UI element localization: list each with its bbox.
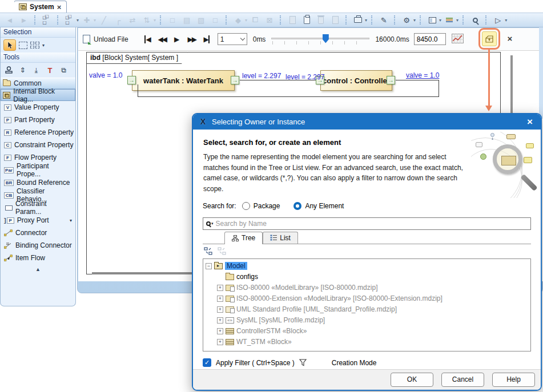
palette-item-reference-property[interactable]: R Reference Property — [1, 126, 75, 139]
expand-expander-icon[interactable]: + — [217, 328, 223, 334]
paste-icon[interactable] — [300, 14, 313, 26]
play-button[interactable]: ▶ — [170, 35, 184, 43]
chevron-down-icon[interactable]: ▾ — [42, 43, 45, 48]
multi-select-icon[interactable] — [30, 42, 39, 49]
text-tool-icon[interactable]: T — [45, 65, 55, 75]
port-watertank-in[interactable]: → — [127, 76, 136, 84]
filter-funnel-icon[interactable] — [299, 359, 307, 366]
edit-note-icon[interactable]: ✎ — [377, 14, 390, 26]
expand-expander-icon[interactable]: + — [217, 317, 223, 324]
radio-off-icon[interactable] — [242, 202, 250, 210]
radio-package[interactable]: Package — [242, 202, 280, 210]
chevron-down-icon[interactable]: ▾ — [505, 18, 507, 23]
time-slider[interactable] — [271, 33, 369, 46]
time-field[interactable] — [414, 33, 446, 45]
tree-item-iso80000-extension[interactable]: + ISO-80000-Extension «ModelLibrary» [IS… — [206, 293, 528, 304]
diagram-hierarchy-icon[interactable] — [63, 14, 76, 26]
tab-list[interactable]: List — [263, 232, 298, 244]
palette-item-part-property[interactable]: P Part Property — [1, 114, 75, 126]
chevron-down-icon[interactable]: ▾ — [456, 18, 458, 23]
expand-selection-icon[interactable] — [204, 247, 213, 255]
step-to-end-button[interactable]: ▶ — [199, 35, 214, 43]
settings-gear-icon[interactable]: ⚙ — [400, 14, 413, 26]
palette-item-item-flow[interactable]: Item Flow — [1, 252, 75, 264]
step-to-start-button[interactable]: ◀ — [140, 35, 155, 43]
speed-combobox[interactable]: 1 — [218, 33, 247, 45]
expand-expander-icon[interactable]: + — [217, 306, 223, 313]
tree-item-iso80000[interactable]: + ISO-80000 «ModelLibrary» [ISO-80000.md… — [206, 282, 528, 293]
tree-item-sysml[interactable]: + «» SysML [SysML Profile.mdzip] — [206, 315, 528, 326]
expand-expander-icon[interactable]: + — [217, 296, 223, 302]
tab-system[interactable]: System × — [14, 1, 67, 13]
tree-item-configs[interactable]: configs — [206, 272, 528, 282]
compress-icon[interactable]: ⤓ — [31, 65, 42, 75]
back-icon[interactable]: ◄ — [3, 14, 16, 26]
ok-button[interactable]: OK — [391, 373, 433, 387]
marquee-select-icon[interactable] — [19, 42, 27, 49]
run-simulation-icon[interactable]: ▷ — [492, 14, 504, 26]
apply-filter-checkbox[interactable]: ✓ — [203, 358, 211, 367]
connector-valve-b[interactable] — [439, 80, 439, 97]
help-button[interactable]: Help — [492, 373, 535, 387]
palette-item-proxy-port[interactable]: ]P Proxy Port ▾ — [1, 214, 75, 227]
legend-list-icon[interactable] — [443, 14, 456, 26]
tree-item-model[interactable]: − Model — [206, 261, 528, 272]
palette-item-connector[interactable]: Connector — [1, 227, 75, 239]
containment-tree-icon[interactable] — [41, 14, 53, 26]
radio-any-element[interactable]: Any Element — [293, 202, 344, 210]
tab-tree[interactable]: Tree — [224, 232, 263, 244]
chart-grid-icon[interactable] — [452, 34, 464, 45]
port-control-out[interactable]: → — [387, 76, 395, 84]
search-icon[interactable] — [469, 14, 481, 26]
palette-collapse-button[interactable]: ▲ — [1, 264, 75, 274]
vertical-distribute-icon[interactable]: ⇕ — [17, 65, 28, 75]
time-current-label: 0ms — [253, 35, 266, 43]
palette-item-participant-property[interactable]: Par Participant Prope... — [1, 164, 75, 176]
model-tree[interactable]: − Model configs + ISO-80000 «ModelLibrar… — [203, 258, 531, 351]
cancel-button[interactable]: Cancel — [441, 373, 484, 387]
chevron-down-icon[interactable]: ▾ — [365, 18, 367, 23]
collapse-expander-icon[interactable]: − — [206, 263, 212, 269]
fast-forward-button[interactable]: ▶▶ — [184, 35, 199, 43]
connector-valve-d[interactable] — [138, 84, 138, 96]
window-layout-icon[interactable] — [426, 14, 439, 26]
palette-item-constraint-parameter[interactable]: Constraint Param... — [1, 201, 75, 214]
block-watertank[interactable]: waterTank : WaterTank — [132, 70, 235, 91]
chevron-down-icon[interactable]: ▾ — [439, 18, 441, 23]
validation-icon[interactable] — [352, 14, 364, 26]
block-icon — [226, 339, 234, 345]
tree-item-uml-standard-profile[interactable]: + UML Standard Profile [UML_Standard_Pro… — [206, 304, 528, 315]
tab-close-icon[interactable]: × — [57, 3, 62, 11]
chevron-down-icon[interactable]: ▾ — [77, 18, 79, 23]
chevron-down-icon: ▾ — [245, 18, 247, 23]
palette-item-constraint-property[interactable]: C Constraint Property — [1, 139, 75, 151]
stamp-tool-icon[interactable] — [3, 65, 14, 75]
chevron-down-icon[interactable]: ▾ — [211, 221, 214, 226]
dialog-title-bar[interactable]: X Selecting Owner or Instance × — [193, 114, 541, 130]
search-illustration — [471, 132, 538, 198]
dialog-close-icon[interactable]: × — [525, 117, 535, 127]
connector-valve-c[interactable] — [138, 96, 439, 97]
search-input[interactable] — [216, 220, 528, 228]
cursor-tool-button[interactable] — [3, 39, 16, 51]
search-field[interactable]: ▾ — [203, 217, 531, 230]
radio-on-icon[interactable] — [293, 202, 301, 210]
expand-expander-icon[interactable]: + — [217, 339, 223, 345]
search-for-label: Search for: — [203, 202, 236, 210]
expand-expander-icon[interactable]: + — [217, 285, 223, 291]
block-control[interactable]: control : Controller — [320, 70, 392, 91]
palette-section-internal-block-diagram[interactable]: Internal Block Diag... — [1, 89, 75, 101]
rewind-button[interactable]: ◀◀ — [155, 35, 170, 43]
structure-map-icon[interactable]: ⧉ — [58, 65, 69, 75]
creation-mode-label[interactable]: Creation Mode — [332, 359, 377, 367]
connector-valve-a[interactable] — [396, 80, 439, 80]
chevron-down-icon[interactable]: ▾ — [413, 18, 416, 23]
port-watertank-out[interactable]: → — [231, 76, 239, 84]
tree-item-controllerstm[interactable]: + ControllerSTM «Block» — [206, 326, 528, 337]
chevron-down-icon[interactable]: ▾ — [70, 218, 72, 223]
forward-icon[interactable]: ► — [18, 14, 30, 26]
palette-item-binding-connector[interactable]: Binding Connector — [1, 239, 75, 252]
unload-file-button[interactable]: Unload File — [94, 35, 128, 43]
simulation-close-icon[interactable]: × — [504, 34, 516, 43]
tree-item-wtstm[interactable]: + WT_STM «Block» — [206, 337, 528, 347]
